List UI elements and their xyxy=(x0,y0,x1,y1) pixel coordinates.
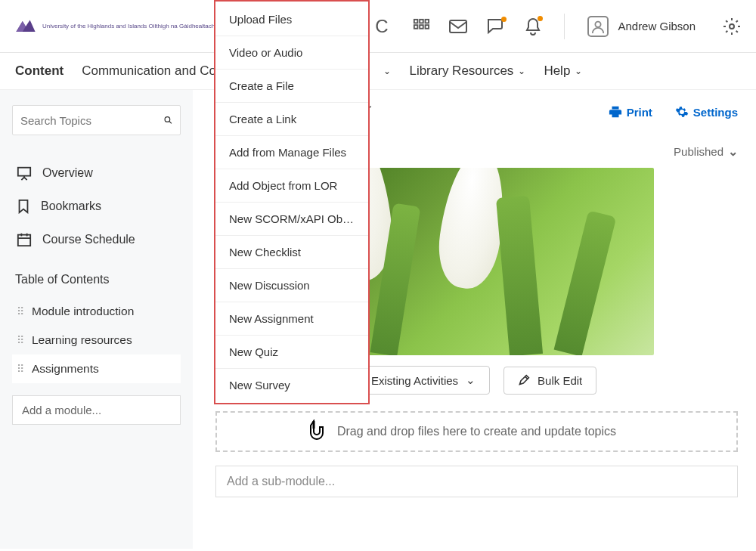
svg-rect-3 xyxy=(414,25,418,29)
file-drop-zone[interactable]: Drag and drop files here to create and u… xyxy=(215,411,738,452)
nav-content[interactable]: Content xyxy=(15,63,64,79)
print-button[interactable]: Print xyxy=(609,105,652,119)
toc-module-introduction[interactable]: ⠿ Module introduction xyxy=(12,297,181,326)
search-icon[interactable] xyxy=(164,113,172,127)
settings-button[interactable]: Settings xyxy=(675,105,738,119)
publish-status[interactable]: Published ⌄ xyxy=(674,144,738,159)
pencil-icon xyxy=(518,374,530,386)
existing-activities-button[interactable]: Existing Activities ⌄ xyxy=(357,366,490,395)
menu-create-link[interactable]: Create a Link xyxy=(215,103,368,136)
svg-rect-1 xyxy=(420,19,424,23)
logo-icon xyxy=(15,17,36,36)
svg-point-8 xyxy=(730,24,734,29)
svg-rect-10 xyxy=(18,168,30,176)
search-topics[interactable] xyxy=(12,105,181,135)
bulk-edit-button[interactable]: Bulk Edit xyxy=(503,367,596,395)
menu-add-manage-files[interactable]: Add from Manage Files xyxy=(215,136,368,169)
course-nav: Content Communication and Coll ⌄ Library… xyxy=(0,53,756,90)
sidebar-bookmarks[interactable]: Bookmarks xyxy=(12,190,181,223)
svg-rect-0 xyxy=(414,19,418,23)
nav-help[interactable]: Help ⌄ xyxy=(544,63,582,79)
menu-create-file[interactable]: Create a File xyxy=(215,70,368,103)
mail-icon[interactable] xyxy=(449,19,467,34)
chevron-down-icon: ⌄ xyxy=(383,66,391,76)
drag-handle-icon[interactable]: ⠿ xyxy=(17,335,23,345)
add-sub-module-input[interactable]: Add a sub-module... xyxy=(215,466,738,497)
alerts-icon[interactable] xyxy=(525,17,541,36)
menu-new-assignment[interactable]: New Assignment xyxy=(215,302,368,336)
chevron-down-icon: ⌄ xyxy=(466,373,476,387)
chevron-down-icon: ⌄ xyxy=(518,66,525,76)
user-menu[interactable]: Andrew Gibson xyxy=(587,16,696,37)
gear-icon xyxy=(675,105,689,119)
toc-learning-resources[interactable]: ⠿ Learning resources xyxy=(12,326,181,354)
menu-video-audio[interactable]: Video or Audio xyxy=(215,36,368,70)
toc-assignments[interactable]: ⠿ Assignments xyxy=(12,354,181,383)
sidebar-schedule[interactable]: Course Schedule xyxy=(12,223,181,256)
menu-new-discussion[interactable]: New Discussion xyxy=(215,269,368,302)
app-header: University of the Highlands and Islands … xyxy=(0,0,756,53)
svg-rect-4 xyxy=(420,25,424,29)
add-module-input[interactable]: Add a module... xyxy=(12,395,181,425)
svg-rect-5 xyxy=(426,25,429,29)
drag-handle-icon[interactable]: ⠿ xyxy=(17,364,23,374)
username: Andrew Gibson xyxy=(618,20,696,33)
content-sidebar: Overview Bookmarks Course Schedule Table… xyxy=(0,90,193,549)
menu-add-lor[interactable]: Add Object from LOR xyxy=(215,169,368,203)
apps-icon[interactable] xyxy=(413,18,429,35)
sidebar-overview[interactable]: Overview xyxy=(12,156,181,190)
messages-icon[interactable] xyxy=(487,18,505,35)
drag-handle-icon[interactable]: ⠿ xyxy=(17,306,23,317)
gear-icon[interactable] xyxy=(723,17,741,36)
menu-upload-files[interactable]: Upload Files xyxy=(215,3,368,36)
chevron-down-icon: ⌄ xyxy=(728,144,738,159)
nav-hidden-chevron[interactable]: ⌄ xyxy=(383,66,391,76)
calendar-icon xyxy=(17,232,32,247)
toc-heading[interactable]: Table of Contents xyxy=(15,273,181,286)
menu-new-survey[interactable]: New Survey xyxy=(215,369,368,401)
svg-point-9 xyxy=(165,117,170,122)
svg-rect-6 xyxy=(450,20,466,33)
bookmark-icon xyxy=(17,199,30,214)
svg-rect-11 xyxy=(18,235,30,246)
svg-rect-2 xyxy=(426,19,429,23)
menu-new-scorm[interactable]: New SCORM/xAPI Object xyxy=(215,203,368,236)
divider xyxy=(564,14,565,39)
presentation-icon xyxy=(17,166,32,181)
search-input[interactable] xyxy=(20,114,164,127)
avatar xyxy=(587,16,609,37)
nav-library[interactable]: Library Resources ⌄ xyxy=(409,63,525,79)
chevron-down-icon: ⌄ xyxy=(575,66,582,76)
menu-new-checklist[interactable]: New Checklist xyxy=(215,236,368,269)
nav-communication[interactable]: Communication and Coll xyxy=(82,63,222,79)
upload-create-menu: Upload Files Video or Audio Create a Fil… xyxy=(214,0,370,404)
svg-point-7 xyxy=(596,21,601,26)
print-icon xyxy=(609,105,622,119)
menu-new-quiz[interactable]: New Quiz xyxy=(215,336,368,369)
